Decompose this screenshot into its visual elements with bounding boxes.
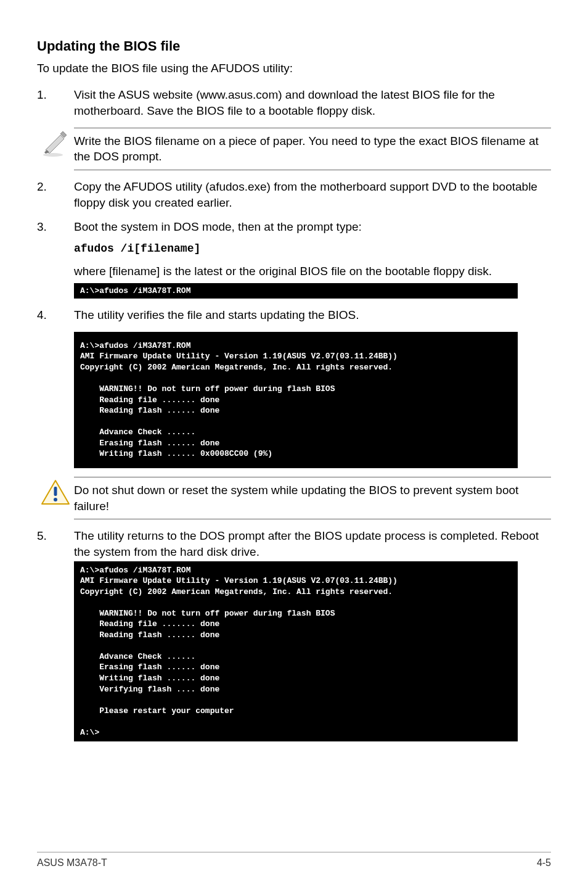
step-text: Boot the system in DOS mode, then at the… [74, 219, 551, 235]
step-2: 2. Copy the AFUDOS utility (afudos.exe) … [37, 179, 551, 210]
note-text: Do not shut down or reset the system whi… [74, 482, 551, 514]
step-number: 5. [37, 528, 74, 559]
footer-right: 4-5 [537, 856, 551, 870]
step-4: 4. The utility verifies the file and sta… [37, 307, 551, 323]
step-number: 1. [37, 87, 74, 118]
step-5: 5. The utility returns to the DOS prompt… [37, 528, 551, 559]
step-subtext: where [filename] is the latest or the or… [74, 263, 551, 279]
svg-point-2 [54, 498, 57, 501]
step-number: 4. [37, 307, 74, 323]
command-text: afudos /i[filename] [74, 241, 551, 256]
section-heading: Updating the BIOS file [37, 37, 551, 56]
note-warning: Do not shut down or reset the system whi… [37, 477, 551, 519]
page-footer: ASUS M3A78-T 4-5 [37, 852, 551, 870]
step-text: The utility verifies the file and starts… [74, 307, 551, 323]
pencil-icon [37, 128, 74, 157]
terminal-output-3: A:\>afudos /iM3A78T.ROM AMI Firmware Upd… [74, 561, 518, 742]
note-pencil: Write the BIOS filename on a piece of pa… [37, 128, 551, 170]
step-3: 3. Boot the system in DOS mode, then at … [37, 219, 551, 279]
intro-text: To update the BIOS file using the AFUDOS… [37, 60, 551, 76]
terminal-output-1: A:\>afudos /iM3A78T.ROM [74, 283, 518, 299]
note-text: Write the BIOS filename on a piece of pa… [74, 133, 551, 165]
terminal-output-2: A:\>afudos /iM3A78T.ROM AMI Firmware Upd… [74, 332, 518, 468]
step-number: 2. [37, 179, 74, 210]
warning-icon [37, 477, 74, 506]
step-text: Visit the ASUS website (www.asus.com) an… [74, 87, 551, 118]
footer-left: ASUS M3A78-T [37, 856, 107, 870]
step-text: The utility returns to the DOS prompt af… [74, 528, 551, 559]
svg-rect-1 [54, 487, 57, 496]
step-1: 1. Visit the ASUS website (www.asus.com)… [37, 87, 551, 118]
step-number: 3. [37, 219, 74, 279]
svg-point-0 [43, 153, 63, 157]
step-text: Copy the AFUDOS utility (afudos.exe) fro… [74, 179, 551, 210]
